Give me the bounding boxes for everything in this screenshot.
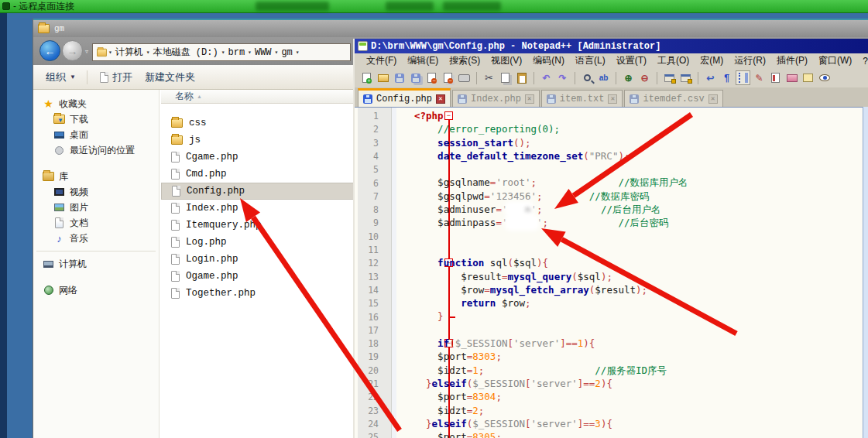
sidebar-item-document[interactable]: 文档 xyxy=(33,215,159,231)
file-row[interactable]: Log.php xyxy=(161,234,364,251)
document-list-icon[interactable] xyxy=(784,70,799,85)
breadcrumb-segment[interactable]: 计算机 xyxy=(113,46,146,59)
back-button[interactable]: ← xyxy=(39,40,60,61)
open-button[interactable]: 打开 xyxy=(100,70,132,84)
show-indent-guide-icon[interactable] xyxy=(736,70,750,85)
menu-工具O[interactable]: 工具(O) xyxy=(652,54,695,67)
breadcrumb-separator-icon[interactable]: ▾ xyxy=(108,49,113,56)
menu-宏M[interactable]: 宏(M) xyxy=(695,54,729,67)
close-icon[interactable]: ✕ xyxy=(436,94,445,104)
file-row[interactable]: Cmd.php xyxy=(161,166,364,183)
sync-horizontal-scrolling-icon[interactable] xyxy=(678,70,693,85)
menu-设置T[interactable]: 设置(T) xyxy=(611,54,652,67)
replace-icon[interactable]: ab xyxy=(596,70,611,85)
menu-文件F[interactable]: 文件(F) xyxy=(361,54,402,67)
sidebar-item-label: 图片 xyxy=(70,201,88,214)
sidebar-item-desktop[interactable]: 桌面 xyxy=(33,127,159,142)
menu-搜索S[interactable]: 搜索(S) xyxy=(444,54,485,67)
menu-窗口W[interactable]: 窗口(W) xyxy=(813,54,857,67)
code-line xyxy=(414,243,862,256)
line-number: 6 xyxy=(357,178,379,189)
save-all-icon[interactable] xyxy=(408,70,423,85)
sync-vertical-scrolling-icon[interactable] xyxy=(662,70,677,85)
breadcrumb-segment[interactable]: brm xyxy=(226,47,248,58)
file-row[interactable]: js xyxy=(161,132,364,149)
undo-icon[interactable]: ↶ xyxy=(539,70,554,85)
file-row[interactable]: Ogame.php xyxy=(161,268,364,285)
toolbar-separator xyxy=(533,72,534,84)
menu-编辑E[interactable]: 编辑(E) xyxy=(402,54,444,67)
vertical-scrollbar[interactable] xyxy=(863,107,868,438)
sidebar-item-picture[interactable]: 图片 xyxy=(33,200,159,215)
tab-label: item.txt xyxy=(560,94,605,104)
breadcrumb-separator-icon[interactable]: ▾ xyxy=(295,49,300,56)
new-folder-button[interactable]: 新建文件夹 xyxy=(145,70,195,84)
save-icon[interactable] xyxy=(392,70,407,85)
paste-icon[interactable] xyxy=(514,70,529,85)
zoom-out-icon[interactable]: ⊖ xyxy=(637,70,652,85)
sidebar-item-network[interactable]: 网络 xyxy=(33,282,159,298)
open-file-icon[interactable] xyxy=(376,70,390,85)
show-all-characters-icon[interactable]: ¶ xyxy=(719,70,734,85)
tab-config-php[interactable]: Config.php✕ xyxy=(358,88,451,107)
breadcrumb-separator-icon[interactable]: ▾ xyxy=(274,49,280,56)
code-text-area[interactable]: <?php //error_reporting(0); session_star… xyxy=(414,109,862,438)
redo-icon[interactable]: ↷ xyxy=(555,70,570,85)
document-map-icon[interactable] xyxy=(768,70,783,85)
function-list-icon[interactable] xyxy=(801,70,815,85)
file-row[interactable]: Itemquery.php xyxy=(161,217,364,234)
sidebar-item-computer[interactable]: 计算机 xyxy=(33,256,159,272)
breadcrumb-segment[interactable]: WWW xyxy=(252,47,274,58)
npp-editor[interactable]: 1234567891011121314151617181920212223242… xyxy=(355,107,868,438)
sidebar-item-music[interactable]: ♪音乐 xyxy=(33,231,159,246)
fold-margin[interactable]: −−− xyxy=(396,108,413,438)
breadcrumb-separator-icon[interactable]: ▾ xyxy=(247,49,252,56)
file-row[interactable]: Index.php xyxy=(161,200,364,217)
user-defined-language-icon[interactable]: ✎ xyxy=(752,70,767,85)
print-icon[interactable] xyxy=(457,70,472,85)
close-all-icon[interactable]: − xyxy=(441,70,455,85)
copy-icon[interactable] xyxy=(498,70,513,85)
tab-itemdef-csv[interactable]: itemdef.csv✕ xyxy=(624,90,722,107)
tab-index-php[interactable]: Index.php✕ xyxy=(452,90,540,107)
menu-编码N[interactable]: 编码(N) xyxy=(527,54,570,67)
close-icon[interactable]: − xyxy=(424,70,439,85)
menu-插件P[interactable]: 插件(P) xyxy=(771,54,813,67)
new-file-icon[interactable]: + xyxy=(359,70,374,85)
breadcrumb-separator-icon[interactable]: ▾ xyxy=(146,49,151,56)
recent-pages-dropdown-icon[interactable]: ▿ xyxy=(85,48,88,55)
file-row[interactable]: Together.php xyxy=(161,285,364,302)
censored-credential xyxy=(507,217,537,228)
zoom-in-icon[interactable]: ⊕ xyxy=(621,70,636,85)
menu-视图V[interactable]: 视图(V) xyxy=(485,54,527,67)
close-icon[interactable]: ✕ xyxy=(608,94,617,104)
breadcrumb[interactable]: ▾计算机▾本地磁盘 (D:)▾brm▾WWW▾gm▾ xyxy=(92,43,351,61)
tab-item-txt[interactable]: item.txt✕ xyxy=(541,90,623,107)
menu-运行R[interactable]: 运行(R) xyxy=(729,54,771,67)
censored-server-name xyxy=(386,2,434,11)
monitoring-icon[interactable] xyxy=(817,70,832,85)
breadcrumb-separator-icon[interactable]: ▾ xyxy=(221,49,226,56)
sidebar-item-recent[interactable]: 最近访问的位置 xyxy=(33,142,159,158)
breadcrumb-segment[interactable]: 本地磁盘 (D:) xyxy=(151,46,221,59)
close-icon[interactable]: ✕ xyxy=(708,94,718,104)
close-icon[interactable]: ✕ xyxy=(525,94,534,104)
organize-button[interactable]: 组织▼ xyxy=(46,70,76,84)
code-line: function sql($sql){ xyxy=(414,256,862,269)
explorer-window-label: gm xyxy=(54,24,64,33)
sidebar-item-folder-down[interactable]: ▼下载 xyxy=(33,111,159,127)
cut-icon[interactable]: ✂ xyxy=(482,70,496,85)
file-row[interactable]: Config.php xyxy=(161,183,364,200)
sidebar-item-library[interactable]: 库 xyxy=(33,169,159,184)
file-row[interactable]: Cgame.php xyxy=(161,149,364,166)
breadcrumb-segment[interactable]: gm xyxy=(279,47,294,58)
forward-button[interactable]: → xyxy=(62,40,83,61)
file-row[interactable]: css xyxy=(161,115,364,132)
file-row[interactable]: Login.php xyxy=(161,251,364,268)
menu-[interactable]: ? xyxy=(857,56,868,67)
menu-语言L[interactable]: 语言(L) xyxy=(570,54,611,67)
sidebar-item-star[interactable]: ★收藏夹 xyxy=(33,96,159,111)
find-icon[interactable] xyxy=(580,70,595,85)
sidebar-item-video[interactable]: 视频 xyxy=(33,184,159,200)
word-wrap-icon[interactable]: ↩ xyxy=(703,70,718,85)
